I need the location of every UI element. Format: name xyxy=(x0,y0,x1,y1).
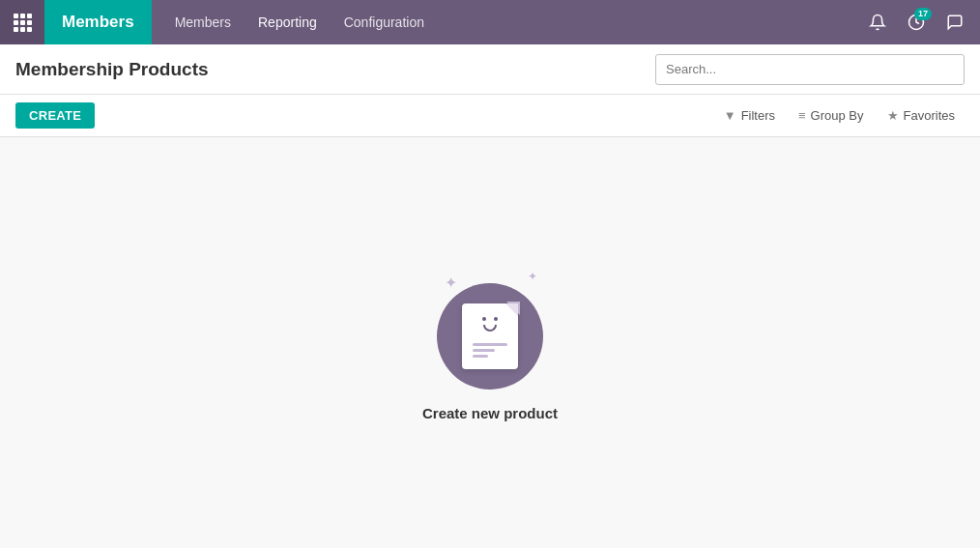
doc-eye-right xyxy=(494,317,498,321)
subheader: Membership Products xyxy=(0,44,980,95)
empty-illustration-circle: ✦ ✦ xyxy=(437,283,543,389)
doc-line-2 xyxy=(473,349,495,352)
topbar: Members Members Reporting Configuration … xyxy=(0,0,980,44)
app-brand: Members xyxy=(44,0,152,44)
notifications-button[interactable] xyxy=(860,5,895,40)
groupby-icon: ≡ xyxy=(798,108,806,123)
toolbar: CREATE ▼ Filters ≡ Group By ★ Favorites xyxy=(0,95,980,137)
nav-configuration[interactable]: Configuration xyxy=(331,0,438,44)
nav-reporting[interactable]: Reporting xyxy=(245,0,331,44)
create-button[interactable]: CREATE xyxy=(15,102,95,129)
clock-button[interactable]: 17 xyxy=(899,5,934,40)
groupby-button[interactable]: ≡ Group By xyxy=(789,104,874,127)
search-input[interactable] xyxy=(656,62,964,76)
empty-doc-icon xyxy=(462,303,518,369)
filters-button[interactable]: ▼ Filters xyxy=(714,104,785,127)
search-bar[interactable] xyxy=(655,54,965,85)
favorites-button[interactable]: ★ Favorites xyxy=(878,104,965,127)
page-title: Membership Products xyxy=(15,59,655,80)
topbar-icons: 17 xyxy=(860,5,980,40)
doc-line-1 xyxy=(473,343,507,346)
sparkle-left-icon: ✦ xyxy=(445,274,457,292)
app-grid-button[interactable] xyxy=(0,0,44,44)
clock-badge: 17 xyxy=(914,8,932,20)
chat-button[interactable] xyxy=(937,5,972,40)
doc-lines xyxy=(473,343,507,358)
doc-eye-left xyxy=(482,317,486,321)
main-content: ✦ ✦ Create new product xyxy=(0,137,980,548)
doc-line-3 xyxy=(473,355,488,358)
sparkle-right-icon: ✦ xyxy=(528,270,537,283)
filter-group: ▼ Filters ≡ Group By ★ Favorites xyxy=(714,104,965,127)
filter-icon: ▼ xyxy=(724,108,736,123)
empty-state-message: Create new product xyxy=(422,405,558,421)
nav-members[interactable]: Members xyxy=(161,0,245,44)
doc-smile xyxy=(483,325,497,332)
empty-state: ✦ ✦ Create new product xyxy=(422,283,558,421)
star-icon: ★ xyxy=(887,108,899,123)
grid-icon xyxy=(14,14,32,32)
doc-face xyxy=(482,317,498,332)
top-nav: Members Reporting Configuration xyxy=(161,0,860,44)
doc-eyes xyxy=(482,317,498,321)
